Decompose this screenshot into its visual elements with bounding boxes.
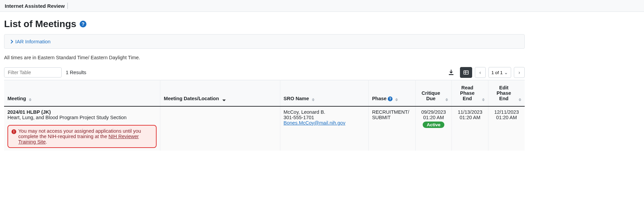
- sort-icon: [445, 98, 448, 101]
- sort-icon: [482, 98, 485, 101]
- read-end-date: 11/13/2023: [455, 109, 485, 115]
- divider: [67, 3, 68, 9]
- sro-phone: 301-555-1701: [284, 115, 365, 120]
- meeting-name: Heart, Lung, and Blood Program Project S…: [7, 115, 157, 120]
- top-bar: Internet Assisted Review: [0, 0, 644, 12]
- iar-info-label: IAR Information: [15, 39, 51, 44]
- sort-icon: [29, 98, 32, 101]
- filter-table-input[interactable]: [4, 67, 62, 78]
- critique-due-date: 09/29/2023: [419, 109, 448, 115]
- app-title: Internet Assisted Review: [5, 3, 65, 9]
- edit-end-time: 01:20 AM: [492, 115, 521, 120]
- iar-info-header[interactable]: IAR Information: [10, 39, 519, 44]
- sort-icon: [312, 98, 315, 101]
- meetings-table: Meeting Meeting Dates/Location SRO Name …: [4, 80, 525, 151]
- table-row: 2024/01 HLBP (JK) Heart, Lung, and Blood…: [4, 106, 525, 151]
- col-meeting[interactable]: Meeting: [4, 80, 160, 107]
- sro-name: McCoy, Leonard B.: [284, 109, 365, 115]
- table-settings-icon[interactable]: [460, 67, 472, 78]
- col-sro-name[interactable]: SRO Name: [280, 80, 368, 107]
- download-icon[interactable]: [445, 67, 457, 78]
- alert-icon: !: [12, 129, 16, 134]
- edit-end-date: 12/11/2023: [492, 109, 521, 115]
- sort-icon: [395, 98, 398, 101]
- timezone-note: All times are in Eastern Standard Time/ …: [4, 55, 525, 60]
- critique-due-time: 01:20 AM: [419, 115, 448, 120]
- page-title: List of Meetings: [4, 19, 76, 29]
- sro-email-link[interactable]: Bones.McCoy@mail.nih.gov: [284, 120, 345, 126]
- phase-value: RECRUITMENT/SUBMIT: [372, 109, 412, 120]
- meeting-code: 2024/01 HLBP (JK): [7, 109, 157, 115]
- page-select-button[interactable]: 1 of 1 ⌄: [488, 67, 511, 78]
- col-critique-due[interactable]: Critique Due: [415, 80, 452, 107]
- prev-page-button[interactable]: ‹: [475, 67, 486, 78]
- next-page-button[interactable]: ›: [514, 67, 525, 78]
- results-count: 1 Results: [66, 70, 86, 75]
- sort-icon: [519, 98, 521, 101]
- chevron-left-icon: ‹: [479, 70, 481, 75]
- help-icon[interactable]: ?: [388, 96, 393, 101]
- active-badge: Active: [423, 122, 445, 128]
- read-end-time: 01:20 AM: [455, 115, 485, 120]
- col-dates-location[interactable]: Meeting Dates/Location: [160, 80, 280, 107]
- svg-rect-0: [449, 74, 453, 75]
- chevron-right-icon: ›: [519, 70, 520, 75]
- help-icon[interactable]: ?: [80, 21, 86, 27]
- col-phase[interactable]: Phase ?: [368, 80, 415, 107]
- training-warning: ! You may not access your assigned appli…: [7, 125, 157, 148]
- sort-desc-icon: [222, 100, 226, 101]
- page-label: 1 of 1: [491, 70, 503, 75]
- cell-dates-location: [160, 106, 280, 151]
- col-edit-phase-end[interactable]: Edit Phase End: [488, 80, 525, 107]
- chevron-right-icon: [9, 40, 13, 43]
- chevron-down-icon: ⌄: [504, 70, 508, 75]
- iar-info-panel[interactable]: IAR Information: [4, 34, 525, 49]
- col-read-phase-end[interactable]: Read Phase End: [452, 80, 488, 107]
